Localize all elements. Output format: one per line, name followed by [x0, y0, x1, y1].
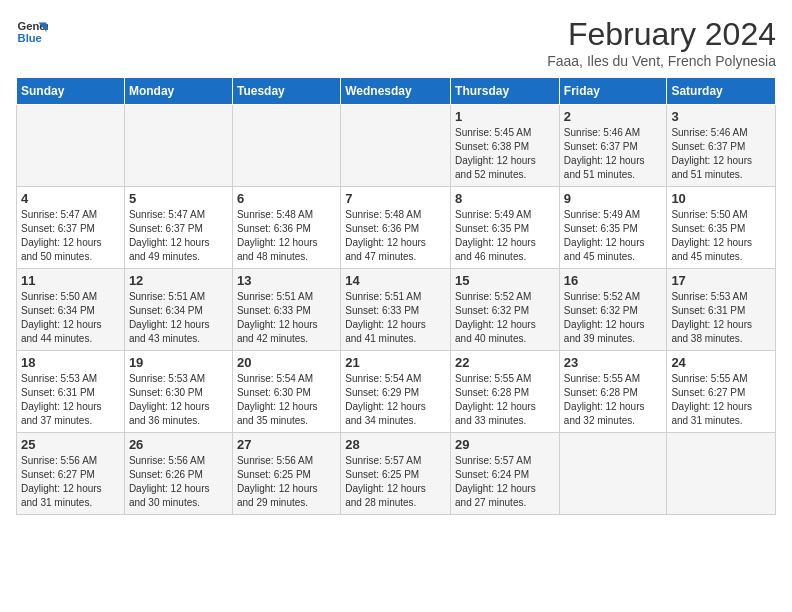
day-info: Sunrise: 5:54 AM Sunset: 6:29 PM Dayligh… — [345, 372, 446, 428]
day-number: 9 — [564, 191, 663, 206]
calendar-cell: 10Sunrise: 5:50 AM Sunset: 6:35 PM Dayli… — [667, 187, 776, 269]
day-info: Sunrise: 5:55 AM Sunset: 6:28 PM Dayligh… — [455, 372, 555, 428]
day-info: Sunrise: 5:50 AM Sunset: 6:35 PM Dayligh… — [671, 208, 771, 264]
day-number: 14 — [345, 273, 446, 288]
calendar-cell: 25Sunrise: 5:56 AM Sunset: 6:27 PM Dayli… — [17, 433, 125, 515]
calendar-cell: 12Sunrise: 5:51 AM Sunset: 6:34 PM Dayli… — [124, 269, 232, 351]
day-info: Sunrise: 5:47 AM Sunset: 6:37 PM Dayligh… — [129, 208, 228, 264]
day-info: Sunrise: 5:56 AM Sunset: 6:25 PM Dayligh… — [237, 454, 336, 510]
day-info: Sunrise: 5:51 AM Sunset: 6:33 PM Dayligh… — [345, 290, 446, 346]
day-number: 25 — [21, 437, 120, 452]
day-number: 7 — [345, 191, 446, 206]
day-info: Sunrise: 5:48 AM Sunset: 6:36 PM Dayligh… — [237, 208, 336, 264]
day-number: 23 — [564, 355, 663, 370]
day-info: Sunrise: 5:53 AM Sunset: 6:31 PM Dayligh… — [21, 372, 120, 428]
calendar-cell — [17, 105, 125, 187]
day-number: 16 — [564, 273, 663, 288]
calendar-cell: 27Sunrise: 5:56 AM Sunset: 6:25 PM Dayli… — [232, 433, 340, 515]
weekday-header-monday: Monday — [124, 78, 232, 105]
day-number: 4 — [21, 191, 120, 206]
calendar-cell: 19Sunrise: 5:53 AM Sunset: 6:30 PM Dayli… — [124, 351, 232, 433]
day-number: 20 — [237, 355, 336, 370]
day-info: Sunrise: 5:56 AM Sunset: 6:27 PM Dayligh… — [21, 454, 120, 510]
logo-icon: General Blue — [16, 16, 48, 48]
day-number: 22 — [455, 355, 555, 370]
day-number: 24 — [671, 355, 771, 370]
day-number: 3 — [671, 109, 771, 124]
day-number: 11 — [21, 273, 120, 288]
day-number: 26 — [129, 437, 228, 452]
weekday-header-saturday: Saturday — [667, 78, 776, 105]
calendar-cell: 7Sunrise: 5:48 AM Sunset: 6:36 PM Daylig… — [341, 187, 451, 269]
day-number: 2 — [564, 109, 663, 124]
day-number: 29 — [455, 437, 555, 452]
calendar-cell: 16Sunrise: 5:52 AM Sunset: 6:32 PM Dayli… — [559, 269, 667, 351]
day-number: 17 — [671, 273, 771, 288]
day-number: 5 — [129, 191, 228, 206]
day-info: Sunrise: 5:53 AM Sunset: 6:30 PM Dayligh… — [129, 372, 228, 428]
svg-text:Blue: Blue — [18, 32, 42, 44]
day-info: Sunrise: 5:56 AM Sunset: 6:26 PM Dayligh… — [129, 454, 228, 510]
day-info: Sunrise: 5:53 AM Sunset: 6:31 PM Dayligh… — [671, 290, 771, 346]
day-info: Sunrise: 5:50 AM Sunset: 6:34 PM Dayligh… — [21, 290, 120, 346]
calendar-cell: 14Sunrise: 5:51 AM Sunset: 6:33 PM Dayli… — [341, 269, 451, 351]
calendar-cell: 22Sunrise: 5:55 AM Sunset: 6:28 PM Dayli… — [451, 351, 560, 433]
day-number: 28 — [345, 437, 446, 452]
day-info: Sunrise: 5:57 AM Sunset: 6:25 PM Dayligh… — [345, 454, 446, 510]
day-number: 18 — [21, 355, 120, 370]
calendar-cell: 1Sunrise: 5:45 AM Sunset: 6:38 PM Daylig… — [451, 105, 560, 187]
day-number: 10 — [671, 191, 771, 206]
day-info: Sunrise: 5:45 AM Sunset: 6:38 PM Dayligh… — [455, 126, 555, 182]
calendar-cell: 15Sunrise: 5:52 AM Sunset: 6:32 PM Dayli… — [451, 269, 560, 351]
day-info: Sunrise: 5:52 AM Sunset: 6:32 PM Dayligh… — [564, 290, 663, 346]
day-info: Sunrise: 5:48 AM Sunset: 6:36 PM Dayligh… — [345, 208, 446, 264]
calendar-cell: 3Sunrise: 5:46 AM Sunset: 6:37 PM Daylig… — [667, 105, 776, 187]
weekday-header-thursday: Thursday — [451, 78, 560, 105]
day-number: 19 — [129, 355, 228, 370]
calendar-cell: 17Sunrise: 5:53 AM Sunset: 6:31 PM Dayli… — [667, 269, 776, 351]
weekday-header-wednesday: Wednesday — [341, 78, 451, 105]
main-title: February 2024 — [547, 16, 776, 53]
calendar-cell — [667, 433, 776, 515]
day-info: Sunrise: 5:52 AM Sunset: 6:32 PM Dayligh… — [455, 290, 555, 346]
day-number: 27 — [237, 437, 336, 452]
day-info: Sunrise: 5:55 AM Sunset: 6:28 PM Dayligh… — [564, 372, 663, 428]
calendar-cell: 6Sunrise: 5:48 AM Sunset: 6:36 PM Daylig… — [232, 187, 340, 269]
calendar-cell: 2Sunrise: 5:46 AM Sunset: 6:37 PM Daylig… — [559, 105, 667, 187]
header: General Blue February 2024 Faaa, Iles du… — [16, 16, 776, 69]
calendar-cell — [559, 433, 667, 515]
calendar-cell: 28Sunrise: 5:57 AM Sunset: 6:25 PM Dayli… — [341, 433, 451, 515]
day-number: 1 — [455, 109, 555, 124]
calendar-cell — [124, 105, 232, 187]
subtitle: Faaa, Iles du Vent, French Polynesia — [547, 53, 776, 69]
weekday-header-tuesday: Tuesday — [232, 78, 340, 105]
day-info: Sunrise: 5:46 AM Sunset: 6:37 PM Dayligh… — [564, 126, 663, 182]
calendar-cell: 18Sunrise: 5:53 AM Sunset: 6:31 PM Dayli… — [17, 351, 125, 433]
day-number: 8 — [455, 191, 555, 206]
calendar-cell: 21Sunrise: 5:54 AM Sunset: 6:29 PM Dayli… — [341, 351, 451, 433]
calendar-cell: 11Sunrise: 5:50 AM Sunset: 6:34 PM Dayli… — [17, 269, 125, 351]
calendar-cell: 8Sunrise: 5:49 AM Sunset: 6:35 PM Daylig… — [451, 187, 560, 269]
logo: General Blue — [16, 16, 48, 48]
day-info: Sunrise: 5:57 AM Sunset: 6:24 PM Dayligh… — [455, 454, 555, 510]
day-info: Sunrise: 5:51 AM Sunset: 6:33 PM Dayligh… — [237, 290, 336, 346]
day-info: Sunrise: 5:49 AM Sunset: 6:35 PM Dayligh… — [564, 208, 663, 264]
day-info: Sunrise: 5:55 AM Sunset: 6:27 PM Dayligh… — [671, 372, 771, 428]
calendar-cell: 4Sunrise: 5:47 AM Sunset: 6:37 PM Daylig… — [17, 187, 125, 269]
calendar-cell — [232, 105, 340, 187]
calendar-cell: 20Sunrise: 5:54 AM Sunset: 6:30 PM Dayli… — [232, 351, 340, 433]
calendar-cell: 29Sunrise: 5:57 AM Sunset: 6:24 PM Dayli… — [451, 433, 560, 515]
weekday-header-friday: Friday — [559, 78, 667, 105]
calendar-cell: 26Sunrise: 5:56 AM Sunset: 6:26 PM Dayli… — [124, 433, 232, 515]
calendar-cell: 24Sunrise: 5:55 AM Sunset: 6:27 PM Dayli… — [667, 351, 776, 433]
day-number: 13 — [237, 273, 336, 288]
weekday-header-sunday: Sunday — [17, 78, 125, 105]
day-info: Sunrise: 5:54 AM Sunset: 6:30 PM Dayligh… — [237, 372, 336, 428]
day-info: Sunrise: 5:51 AM Sunset: 6:34 PM Dayligh… — [129, 290, 228, 346]
calendar-cell: 23Sunrise: 5:55 AM Sunset: 6:28 PM Dayli… — [559, 351, 667, 433]
day-number: 15 — [455, 273, 555, 288]
day-info: Sunrise: 5:49 AM Sunset: 6:35 PM Dayligh… — [455, 208, 555, 264]
day-info: Sunrise: 5:46 AM Sunset: 6:37 PM Dayligh… — [671, 126, 771, 182]
day-number: 21 — [345, 355, 446, 370]
calendar-cell: 13Sunrise: 5:51 AM Sunset: 6:33 PM Dayli… — [232, 269, 340, 351]
